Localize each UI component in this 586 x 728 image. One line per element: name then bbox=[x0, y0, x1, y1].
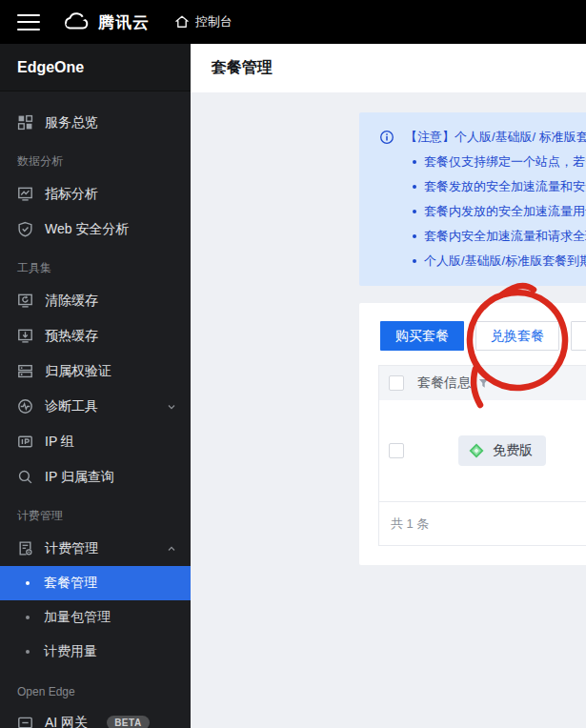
plan-badge: 免费版 bbox=[458, 435, 546, 466]
console-link[interactable]: 控制台 bbox=[174, 13, 232, 30]
sidebar-subitem-label: 计费用量 bbox=[44, 643, 97, 660]
sidebar-item-label: AI 网关 bbox=[45, 715, 88, 728]
ownership-icon bbox=[17, 363, 33, 379]
tencent-cloud-console: { "topbar": { "brand": "腾讯云", "console":… bbox=[0, 0, 586, 728]
sidebar-subitem-package-management[interactable]: 套餐管理 bbox=[0, 566, 191, 600]
notice-box: 【注意】个人版/基础版/ 标准版套餐 套餐仅支持绑定一个站点，若需要 套餐发放的… bbox=[359, 112, 586, 286]
cloud-logo-icon bbox=[61, 10, 91, 33]
sidebar-section-open-edge: Open Edge bbox=[0, 669, 191, 705]
page-title: 套餐管理 bbox=[212, 58, 273, 78]
package-table: 套餐信息 免费版 bbox=[378, 365, 586, 546]
sidebar-subitem-label: 加量包管理 bbox=[44, 609, 111, 626]
chevron-up-icon bbox=[166, 543, 177, 555]
card-button-row: 购买套餐 兑换套餐 bbox=[380, 321, 586, 351]
sidebar-item-prefetch-cache[interactable]: 预热缓存 bbox=[0, 318, 191, 354]
home-icon bbox=[174, 14, 190, 30]
hamburger-menu-icon[interactable] bbox=[17, 14, 40, 30]
sidebar-item-label: IP 归属查询 bbox=[45, 469, 114, 486]
sidebar-item-label: 诊断工具 bbox=[45, 398, 98, 415]
app-shell: EdgeOne 服务总览 数据分析 指标分析 bbox=[0, 44, 586, 728]
prefetch-cache-icon bbox=[17, 328, 33, 344]
metrics-icon bbox=[17, 186, 33, 202]
ip-lookup-search-icon bbox=[17, 469, 33, 485]
partially-visible-button[interactable] bbox=[571, 321, 586, 351]
sidebar-nav: 服务总览 数据分析 指标分析 Web 安全分析 工具集 bbox=[0, 91, 191, 728]
sidebar-item-label: 清除缓存 bbox=[45, 293, 98, 310]
column-header-package-info: 套餐信息 bbox=[417, 374, 471, 392]
sidebar-item-billing-management[interactable]: 计费管理 bbox=[0, 531, 191, 566]
sidebar-item-service-overview[interactable]: 服务总览 bbox=[0, 105, 191, 140]
info-icon bbox=[379, 130, 394, 145]
chevron-down-icon bbox=[166, 401, 177, 413]
table-pagination: 共 1 条 bbox=[379, 501, 586, 545]
console-label: 控制台 bbox=[195, 13, 232, 30]
sidebar-item-label: 计费管理 bbox=[45, 540, 98, 557]
sidebar-item-ai-gateway[interactable]: AI 网关 BETA bbox=[0, 705, 191, 728]
sidebar-item-label: Web 安全分析 bbox=[45, 221, 129, 238]
notice-title-row: 【注意】个人版/基础版/ 标准版套餐 bbox=[359, 125, 586, 150]
main-area: 套餐管理 【注意】个人版/基础版/ 标准版套餐 套餐仅支持绑定一个站点，若需要 … bbox=[191, 44, 586, 728]
notice-bullet: 套餐内发放的安全加速流量用于抵 bbox=[359, 199, 586, 224]
purge-cache-icon bbox=[17, 293, 33, 309]
notice-bullet: 套餐内安全加速流量和请求全球通 bbox=[359, 224, 586, 249]
brand-name: 腾讯云 bbox=[98, 11, 150, 33]
table-header-row: 套餐信息 bbox=[379, 366, 586, 400]
total-count-label: 共 1 条 bbox=[391, 516, 429, 533]
ai-gateway-icon bbox=[17, 715, 33, 728]
sidebar-item-ip-lookup[interactable]: IP 归属查询 bbox=[0, 459, 191, 495]
ip-group-icon bbox=[17, 434, 33, 450]
beta-badge: BETA bbox=[107, 716, 149, 728]
sidebar: EdgeOne 服务总览 数据分析 指标分析 bbox=[0, 44, 191, 728]
notice-bullet: 套餐仅支持绑定一个站点，若需要 bbox=[359, 150, 586, 174]
sidebar-section-billing: 计费管理 bbox=[0, 495, 191, 531]
sidebar-subitem-billing-usage[interactable]: 计费用量 bbox=[0, 635, 191, 669]
table-row: 免费版 bbox=[379, 400, 586, 501]
row-checkbox[interactable] bbox=[389, 443, 404, 458]
sidebar-subitem-label: 套餐管理 bbox=[44, 575, 97, 592]
sidebar-item-diagnostic-tools[interactable]: 诊断工具 bbox=[0, 389, 191, 424]
sidebar-item-label: 归属权验证 bbox=[45, 363, 111, 380]
sidebar-subitem-addon-package-management[interactable]: 加量包管理 bbox=[0, 600, 191, 635]
bullet-dot bbox=[26, 616, 30, 619]
tencent-cloud-logo[interactable]: 腾讯云 bbox=[61, 10, 150, 33]
bullet-dot bbox=[26, 581, 30, 585]
sidebar-item-label: IP 组 bbox=[45, 434, 74, 451]
sidebar-item-web-security-analysis[interactable]: Web 安全分析 bbox=[0, 212, 191, 247]
select-all-checkbox[interactable] bbox=[389, 375, 404, 391]
plan-badge-label: 免费版 bbox=[493, 442, 533, 459]
filter-funnel-icon[interactable] bbox=[478, 378, 489, 389]
top-bar: 腾讯云 控制台 bbox=[0, 0, 586, 44]
notice-bullet-list: 套餐仅支持绑定一个站点，若需要 套餐发放的安全加速流量和安全加 套餐内发放的安全… bbox=[359, 150, 586, 273]
sidebar-item-ip-group[interactable]: IP 组 bbox=[0, 424, 191, 459]
shield-icon bbox=[17, 221, 33, 237]
notice-bullet: 个人版/基础版/标准版套餐到期续 bbox=[359, 249, 586, 273]
sidebar-section-toolset: 工具集 bbox=[0, 247, 191, 283]
sidebar-item-ownership-verification[interactable]: 归属权验证 bbox=[0, 354, 191, 389]
buy-package-button[interactable]: 购买套餐 bbox=[380, 321, 464, 351]
sidebar-item-purge-cache[interactable]: 清除缓存 bbox=[0, 283, 191, 318]
bullet-dot bbox=[26, 650, 30, 654]
product-title: EdgeOne bbox=[0, 44, 191, 91]
page-header: 套餐管理 bbox=[191, 44, 586, 92]
sidebar-item-metric-analysis[interactable]: 指标分析 bbox=[0, 176, 191, 212]
plan-diamond-icon bbox=[468, 442, 485, 459]
diagnose-icon bbox=[17, 398, 33, 415]
sidebar-item-label: 指标分析 bbox=[45, 186, 98, 203]
sidebar-item-label: 预热缓存 bbox=[45, 328, 98, 345]
billing-icon bbox=[17, 540, 33, 556]
notice-title: 【注意】个人版/基础版/ 标准版套餐 bbox=[405, 129, 586, 146]
redeem-package-button[interactable]: 兑换套餐 bbox=[475, 321, 559, 351]
content-area: 【注意】个人版/基础版/ 标准版套餐 套餐仅支持绑定一个站点，若需要 套餐发放的… bbox=[191, 92, 586, 728]
package-card: 购买套餐 兑换套餐 套餐信息 bbox=[359, 303, 586, 565]
sidebar-section-data-analysis: 数据分析 bbox=[0, 140, 191, 176]
notice-bullet: 套餐发放的安全加速流量和安全加 bbox=[359, 174, 586, 199]
overview-grid-icon bbox=[17, 114, 33, 131]
sidebar-item-label: 服务总览 bbox=[45, 114, 98, 131]
